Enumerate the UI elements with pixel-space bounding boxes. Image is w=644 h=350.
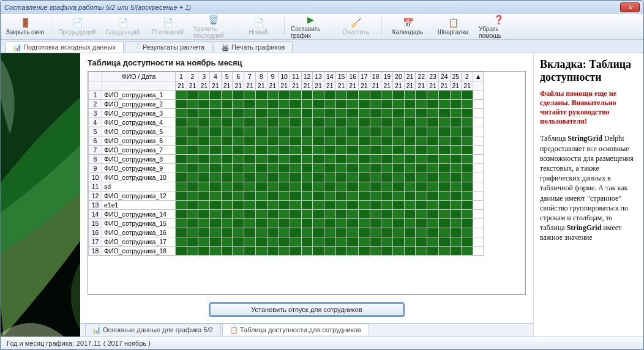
availability-cell[interactable] <box>313 100 324 109</box>
availability-cell[interactable] <box>233 91 244 100</box>
availability-cell[interactable] <box>427 91 439 100</box>
availability-cell[interactable] <box>370 173 381 182</box>
availability-cell[interactable] <box>255 91 267 100</box>
availability-cell[interactable] <box>438 228 450 237</box>
availability-cell[interactable] <box>187 136 198 146</box>
availability-cell[interactable] <box>279 155 290 164</box>
tab-print[interactable]: 🖨️ Печать графиков <box>214 41 293 53</box>
availability-cell[interactable] <box>221 210 233 219</box>
availability-cell[interactable] <box>324 219 335 228</box>
availability-cell[interactable] <box>324 136 335 146</box>
availability-cell[interactable] <box>404 164 416 173</box>
availability-cell[interactable] <box>438 127 450 136</box>
availability-cell[interactable] <box>176 219 187 228</box>
availability-cell[interactable] <box>267 228 279 237</box>
availability-cell[interactable] <box>450 91 462 100</box>
availability-cell[interactable] <box>267 182 279 192</box>
availability-cell[interactable] <box>313 136 324 146</box>
availability-cell[interactable] <box>427 109 439 118</box>
availability-cell[interactable] <box>370 109 381 118</box>
availability-cell[interactable] <box>176 182 187 192</box>
availability-cell[interactable] <box>450 237 462 247</box>
availability-cell[interactable] <box>221 164 233 173</box>
availability-cell[interactable] <box>359 118 370 127</box>
availability-cell[interactable] <box>233 210 244 219</box>
availability-cell[interactable] <box>233 136 244 146</box>
availability-cell[interactable] <box>244 237 256 247</box>
availability-cell[interactable] <box>427 219 439 228</box>
availability-cell[interactable] <box>313 146 324 155</box>
availability-cell[interactable] <box>381 210 393 219</box>
availability-cell[interactable] <box>187 173 198 182</box>
availability-cell[interactable] <box>313 228 324 237</box>
availability-cell[interactable] <box>381 118 393 127</box>
availability-cell[interactable] <box>347 100 359 109</box>
availability-cell[interactable] <box>187 237 198 247</box>
availability-cell[interactable] <box>416 182 427 192</box>
availability-cell[interactable] <box>255 164 267 173</box>
availability-cell[interactable] <box>393 201 405 210</box>
availability-cell[interactable] <box>450 109 462 118</box>
availability-cell[interactable] <box>370 210 381 219</box>
availability-cell[interactable] <box>176 192 187 201</box>
availability-cell[interactable] <box>267 127 279 136</box>
availability-cell[interactable] <box>324 109 335 118</box>
availability-cell[interactable] <box>176 100 187 109</box>
availability-cell[interactable] <box>313 155 324 164</box>
availability-cell[interactable] <box>233 219 244 228</box>
availability-cell[interactable] <box>210 118 222 127</box>
availability-cell[interactable] <box>301 109 313 118</box>
availability-cell[interactable] <box>176 201 187 210</box>
availability-grid[interactable]: ФИО / Дата123456789101112131415161718192… <box>88 71 526 295</box>
availability-cell[interactable] <box>393 173 405 182</box>
availability-cell[interactable] <box>462 173 473 182</box>
availability-cell[interactable] <box>244 219 256 228</box>
availability-cell[interactable] <box>210 228 222 237</box>
tab-results[interactable]: 📄 Результаты расчета <box>125 41 212 53</box>
availability-cell[interactable] <box>290 228 301 237</box>
availability-cell[interactable] <box>462 127 473 136</box>
availability-cell[interactable] <box>301 136 313 146</box>
availability-cell[interactable] <box>290 127 301 136</box>
availability-cell[interactable] <box>393 155 405 164</box>
availability-cell[interactable] <box>210 192 222 201</box>
availability-cell[interactable] <box>370 164 381 173</box>
availability-cell[interactable] <box>450 136 462 146</box>
availability-cell[interactable] <box>221 136 233 146</box>
availability-cell[interactable] <box>210 237 222 247</box>
availability-cell[interactable] <box>438 155 450 164</box>
availability-cell[interactable] <box>290 210 301 219</box>
availability-cell[interactable] <box>233 228 244 237</box>
availability-cell[interactable] <box>210 146 222 155</box>
availability-cell[interactable] <box>233 109 244 118</box>
availability-cell[interactable] <box>255 100 267 109</box>
availability-cell[interactable] <box>279 100 290 109</box>
availability-cell[interactable] <box>279 192 290 201</box>
availability-cell[interactable] <box>221 192 233 201</box>
availability-cell[interactable] <box>313 192 324 201</box>
availability-cell[interactable] <box>176 155 187 164</box>
availability-cell[interactable] <box>210 100 222 109</box>
availability-cell[interactable] <box>370 100 381 109</box>
availability-cell[interactable] <box>450 118 462 127</box>
availability-cell[interactable] <box>404 192 416 201</box>
availability-cell[interactable] <box>427 118 439 127</box>
availability-cell[interactable] <box>176 237 187 247</box>
availability-cell[interactable] <box>347 201 359 210</box>
availability-cell[interactable] <box>381 237 393 247</box>
availability-cell[interactable] <box>438 91 450 100</box>
availability-cell[interactable] <box>187 91 198 100</box>
availability-cell[interactable] <box>221 228 233 237</box>
availability-cell[interactable] <box>462 192 473 201</box>
availability-cell[interactable] <box>381 173 393 182</box>
availability-cell[interactable] <box>335 136 347 146</box>
availability-cell[interactable] <box>427 210 439 219</box>
availability-cell[interactable] <box>359 173 370 182</box>
availability-cell[interactable] <box>450 100 462 109</box>
availability-cell[interactable] <box>244 182 256 192</box>
availability-cell[interactable] <box>393 247 405 256</box>
availability-cell[interactable] <box>267 146 279 155</box>
availability-cell[interactable] <box>347 173 359 182</box>
availability-cell[interactable] <box>244 118 256 127</box>
availability-cell[interactable] <box>462 109 473 118</box>
